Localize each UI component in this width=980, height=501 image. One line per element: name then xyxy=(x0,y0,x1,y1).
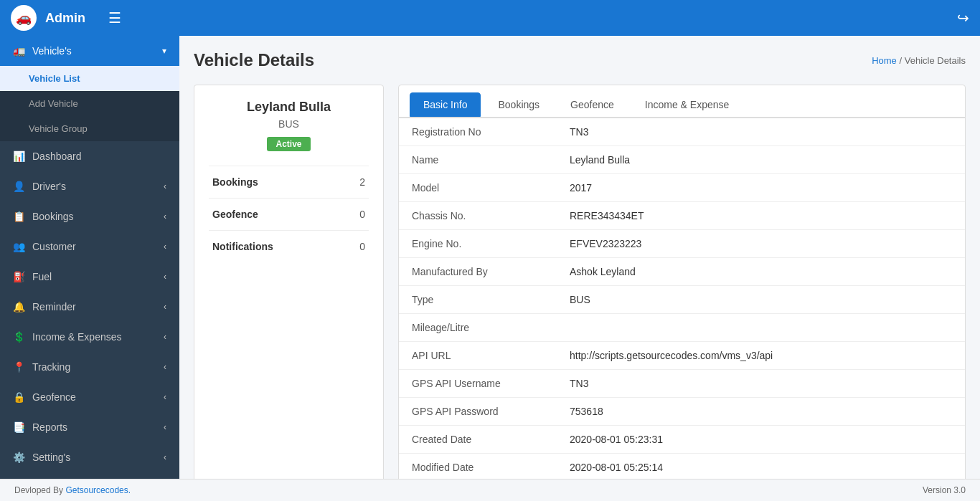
chevron-right-icon: ‹ xyxy=(164,272,166,282)
chevron-right-icon: ‹ xyxy=(164,302,166,312)
top-header: 🚗 Admin ☰ ↪ xyxy=(0,0,980,36)
table-row: Chassis No.RERE343434ET xyxy=(399,202,965,230)
chevron-right-icon: ‹ xyxy=(164,242,166,252)
main-layout: 🚛 Vehicle's ▾ Vehicle List Add Vehicle V… xyxy=(0,36,980,479)
breadcrumb-home[interactable]: Home xyxy=(872,55,897,66)
table-row: Model2017 xyxy=(399,174,965,202)
sidebar-item-tracking[interactable]: 📍 Tracking ‹ xyxy=(0,352,179,382)
geofence-icon: 🔒 xyxy=(13,391,25,403)
app-title: Admin xyxy=(45,11,85,26)
sidebar-item-reports[interactable]: 📑 Reports ‹ xyxy=(0,412,179,442)
table-row: Modified Date2020-08-01 05:25:14 xyxy=(399,454,965,479)
chevron-right-icon: ‹ xyxy=(164,362,166,372)
table-row: Engine No.EFVEV2323223 xyxy=(399,230,965,258)
sidebar-item-drivers[interactable]: 👤 Driver's ‹ xyxy=(0,171,179,201)
table-row: TypeBUS xyxy=(399,286,965,314)
sidebar-item-vehicle-group[interactable]: Vehicle Group xyxy=(0,116,179,141)
stat-notifications: Notifications 0 xyxy=(209,230,369,262)
reports-icon: 📑 xyxy=(13,421,25,433)
field-value: Ashok Leyland xyxy=(557,258,965,286)
breadcrumb: Home / Vehicle Details xyxy=(872,55,966,66)
sidebar-item-settings[interactable]: ⚙️ Setting's ‹ xyxy=(0,442,179,472)
vehicle-card: Leyland Bulla BUS Active Bookings 2 Geof… xyxy=(194,85,384,479)
table-row: Manufactured ByAshok Leyland xyxy=(399,258,965,286)
page-title: Vehicle Details xyxy=(194,50,314,70)
sidebar-income-label: Income & Expenses xyxy=(32,331,122,343)
field-value: 2017 xyxy=(557,174,965,202)
sidebar-item-vehicles[interactable]: 🚛 Vehicle's ▾ xyxy=(0,36,179,66)
detail-table: Registration NoTN3NameLeyland BullaModel… xyxy=(399,118,965,479)
stat-geofence-value: 0 xyxy=(359,209,365,220)
chevron-right-icon: ‹ xyxy=(164,332,166,342)
sidebar-vehicles-label: Vehicle's xyxy=(32,45,72,57)
sidebar-customer-label: Customer xyxy=(32,241,76,252)
table-row: GPS API UsernameTN3 xyxy=(399,370,965,398)
chevron-down-icon: ▾ xyxy=(162,46,166,56)
tab-geofence[interactable]: Geofence xyxy=(557,92,628,117)
status-badge: Active xyxy=(267,137,310,151)
tab-basic-info[interactable]: Basic Info xyxy=(410,92,481,117)
sidebar-item-vehicle-list[interactable]: Vehicle List xyxy=(0,66,179,91)
dashboard-icon: 📊 xyxy=(13,151,25,162)
stat-bookings-label: Bookings xyxy=(212,176,258,188)
field-value: 753618 xyxy=(557,398,965,426)
sidebar: 🚛 Vehicle's ▾ Vehicle List Add Vehicle V… xyxy=(0,36,179,479)
field-label: Mileage/Litre xyxy=(399,314,557,342)
sidebar-item-fuel[interactable]: ⛽ Fuel ‹ xyxy=(0,262,179,292)
sidebar-item-dashboard[interactable]: 📊 Dashboard xyxy=(0,141,179,171)
reminder-icon: 🔔 xyxy=(13,301,25,312)
table-row: Created Date2020-08-01 05:23:31 xyxy=(399,426,965,454)
sidebar-item-income[interactable]: 💲 Income & Expenses ‹ xyxy=(0,322,179,352)
sidebar-dashboard-label: Dashboard xyxy=(32,151,82,162)
truck-icon: 🚛 xyxy=(13,45,25,57)
logout-icon[interactable]: ↪ xyxy=(957,9,969,27)
field-value: EFVEV2323223 xyxy=(557,230,965,258)
field-value: TN3 xyxy=(557,370,965,398)
sidebar-item-add-vehicle[interactable]: Add Vehicle xyxy=(0,91,179,116)
customer-icon: 👥 xyxy=(13,241,25,252)
drivers-icon: 👤 xyxy=(13,181,25,192)
field-label: Created Date xyxy=(399,426,557,454)
settings-icon: ⚙️ xyxy=(13,452,25,463)
tab-bookings[interactable]: Bookings xyxy=(484,92,553,117)
sidebar-drivers-label: Driver's xyxy=(32,181,66,192)
sidebar-item-reminder[interactable]: 🔔 Reminder ‹ xyxy=(0,292,179,322)
bookings-icon: 📋 xyxy=(13,211,25,222)
field-label: GPS API Username xyxy=(399,370,557,398)
page-header: Vehicle Details Home / Vehicle Details xyxy=(194,50,966,70)
field-label: Name xyxy=(399,146,557,174)
stat-notifications-label: Notifications xyxy=(212,241,273,252)
income-icon: 💲 xyxy=(13,331,25,343)
sidebar-item-bookings[interactable]: 📋 Bookings ‹ xyxy=(0,201,179,232)
sidebar-reminder-label: Reminder xyxy=(32,301,76,312)
field-label: Modified Date xyxy=(399,454,557,479)
field-label: Chassis No. xyxy=(399,202,557,230)
field-label: GPS API Password xyxy=(399,398,557,426)
field-value: Leyland Bulla xyxy=(557,146,965,174)
stat-bookings: Bookings 2 xyxy=(209,166,369,198)
chevron-right-icon: ‹ xyxy=(164,181,166,191)
footer-text: Devloped By xyxy=(14,485,63,495)
tab-income-expense[interactable]: Income & Expense xyxy=(631,92,743,117)
stat-geofence-label: Geofence xyxy=(212,209,258,220)
app-logo: 🚗 xyxy=(11,5,37,31)
hamburger-icon[interactable]: ☰ xyxy=(108,9,121,27)
field-label: Model xyxy=(399,174,557,202)
field-label: Type xyxy=(399,286,557,314)
tabs: Basic Info Bookings Geofence Income & Ex… xyxy=(399,85,965,118)
footer-link[interactable]: Getsourcecodes. xyxy=(65,485,131,495)
table-row: NameLeyland Bulla xyxy=(399,146,965,174)
field-value xyxy=(557,314,965,342)
sidebar-tracking-label: Tracking xyxy=(32,361,70,373)
sidebar-settings-label: Setting's xyxy=(32,452,70,463)
chevron-right-icon: ‹ xyxy=(164,392,166,402)
chevron-right-icon: ‹ xyxy=(164,452,166,462)
stat-bookings-value: 2 xyxy=(359,176,365,188)
field-value: BUS xyxy=(557,286,965,314)
sidebar-item-customer[interactable]: 👥 Customer ‹ xyxy=(0,232,179,262)
footer-version: Version 3.0 xyxy=(923,485,966,495)
footer-left: Devloped By Getsourcecodes. xyxy=(14,485,131,495)
sidebar-reports-label: Reports xyxy=(32,421,67,433)
content-area: Vehicle Details Home / Vehicle Details L… xyxy=(179,36,980,479)
sidebar-item-geofence[interactable]: 🔒 Geofence ‹ xyxy=(0,382,179,412)
